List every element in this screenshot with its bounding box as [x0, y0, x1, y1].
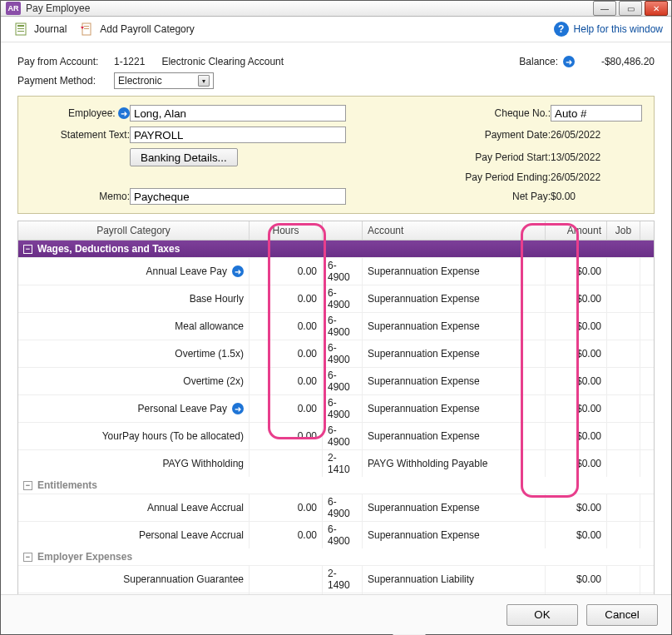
footer: OK Cancel [1, 594, 671, 634]
minimize-button[interactable]: — [593, 1, 616, 16]
table-row[interactable]: Meal allowance0.006-4900Superannuation E… [18, 312, 654, 340]
col-hours[interactable]: Hours [250, 221, 323, 240]
table-row[interactable]: Superannuation Guarantee2-1490Superannua… [18, 565, 654, 593]
col-account-code[interactable] [323, 221, 363, 240]
amount-cell[interactable]: $0.00 [546, 395, 607, 422]
col-account[interactable]: Account [363, 221, 546, 240]
job-cell[interactable] [607, 395, 640, 422]
pay-employee-window: AR Pay Employee — ▭ ✕ Journal Add Payrol… [0, 0, 672, 635]
pay-period-start-value: 13/05/2022 [551, 151, 642, 163]
account-name-cell: Superannuation Expense [363, 494, 546, 521]
table-row[interactable]: Personal Leave Accrual0.006-4900Superann… [18, 521, 654, 548]
account-name-cell: Superannuation Liability [363, 566, 546, 593]
hours-cell[interactable]: 0.00 [250, 423, 323, 449]
payroll-category-name: Superannuation Guarantee [123, 573, 244, 585]
payroll-category-name: PAYG Withholding [162, 458, 244, 469]
arrow-right-icon[interactable]: ➜ [118, 107, 130, 119]
col-job[interactable]: Job [607, 221, 640, 240]
hours-cell[interactable]: 0.00 [250, 368, 323, 394]
table-row[interactable]: Personal Leave Pay➜0.006-4900Superannuat… [18, 394, 654, 422]
hours-cell[interactable]: 0.00 [250, 313, 323, 340]
account-name-cell: PAYG Withholding Payable [363, 450, 546, 477]
journal-button[interactable]: Journal [9, 20, 72, 38]
table-row[interactable]: Annual Leave Accrual0.006-4900Superannua… [18, 494, 654, 521]
amount-cell[interactable]: $0.00 [546, 494, 607, 521]
amount-cell[interactable]: $0.00 [546, 450, 607, 477]
job-cell[interactable] [607, 566, 640, 593]
hours-cell[interactable] [250, 450, 323, 477]
job-cell[interactable] [607, 450, 640, 477]
amount-cell[interactable]: $0.00 [546, 522, 607, 548]
arrow-right-icon[interactable]: ➜ [232, 265, 244, 277]
job-cell[interactable] [607, 522, 640, 548]
add-category-icon [80, 22, 95, 37]
table-row[interactable]: Overtime (2x)0.006-4900Superannuation Ex… [18, 367, 654, 394]
table-row[interactable]: Overtime (1.5x)0.006-4900Superannuation … [18, 340, 654, 367]
section-entitlements-label: Entitlements [37, 479, 97, 491]
titlebar: AR Pay Employee — ▭ ✕ [1, 1, 671, 17]
section-employer-label: Employer Expenses [37, 551, 132, 563]
arrow-right-icon[interactable]: ➜ [563, 56, 575, 67]
table-row[interactable]: PAYG Withholding2-1410PAYG Withholding P… [18, 449, 654, 477]
section-wages[interactable]: − Wages, Deductions and Taxes [18, 241, 654, 257]
hours-cell[interactable]: 0.00 [250, 395, 323, 422]
job-cell[interactable] [607, 285, 640, 312]
hours-cell[interactable]: 0.00 [250, 522, 323, 548]
job-cell[interactable] [607, 494, 640, 521]
col-amount[interactable]: Amount [546, 221, 607, 240]
pay-period-end-value: 26/05/2022 [551, 171, 642, 183]
account-code-cell: 2-1410 [323, 450, 363, 477]
amount-cell[interactable]: $0.00 [546, 423, 607, 449]
table-row[interactable]: Base Hourly0.006-4900Superannuation Expe… [18, 285, 654, 312]
job-cell[interactable] [607, 423, 640, 449]
amount-cell[interactable]: $0.00 [546, 285, 607, 312]
payment-method-select[interactable]: Electronic ▾ [114, 72, 214, 89]
job-cell[interactable] [607, 368, 640, 394]
toolbar: Journal Add Payroll Category ? Help for … [1, 17, 671, 42]
collapse-icon: − [23, 553, 32, 562]
amount-cell[interactable]: $0.00 [546, 566, 607, 593]
pay-period-start-label: Pay Period Start: [451, 151, 551, 163]
amount-cell[interactable]: $0.00 [546, 368, 607, 394]
collapse-icon: − [23, 481, 32, 490]
statement-text-field[interactable] [130, 127, 346, 143]
section-employer[interactable]: − Employer Expenses [18, 548, 654, 565]
col-category[interactable]: Payroll Category [18, 221, 250, 240]
table-row[interactable]: Annual Leave Pay➜0.006-4900Superannuatio… [18, 257, 654, 285]
cheque-no-field[interactable] [551, 105, 642, 122]
banking-details-button[interactable]: Banking Details... [130, 148, 238, 166]
payroll-category-name: YourPay hours (To be allocated) [102, 430, 244, 442]
cheque-no-label: Cheque No.: [451, 107, 551, 119]
hours-cell[interactable]: 0.00 [250, 340, 323, 367]
amount-cell[interactable]: $0.00 [546, 258, 607, 285]
amount-cell[interactable]: $0.00 [546, 313, 607, 340]
amount-cell[interactable]: $0.00 [546, 340, 607, 367]
hours-cell[interactable] [250, 566, 323, 593]
job-cell[interactable] [607, 340, 640, 367]
maximize-button[interactable]: ▭ [619, 1, 642, 16]
memo-field[interactable] [130, 188, 346, 205]
svg-rect-5 [84, 26, 89, 27]
job-cell[interactable] [607, 313, 640, 340]
hours-cell[interactable]: 0.00 [250, 285, 323, 312]
account-name-cell: Superannuation Expense [363, 340, 546, 367]
payment-date-label: Payment Date: [451, 129, 551, 141]
ok-button[interactable]: OK [506, 604, 578, 626]
job-cell[interactable] [607, 258, 640, 285]
cancel-button[interactable]: Cancel [586, 604, 658, 626]
add-payroll-category-button[interactable]: Add Payroll Category [75, 20, 199, 38]
account-name-cell: Superannuation Expense [363, 285, 546, 312]
hours-cell[interactable]: 0.00 [250, 258, 323, 285]
employee-field[interactable] [130, 105, 346, 122]
svg-rect-2 [17, 28, 24, 29]
account-code-cell: 6-4900 [323, 423, 363, 449]
close-button[interactable]: ✕ [645, 1, 668, 16]
help-link[interactable]: ? Help for this window [554, 22, 663, 37]
section-entitlements[interactable]: − Entitlements [18, 477, 654, 494]
arrow-right-icon[interactable]: ➜ [232, 403, 244, 414]
table-row[interactable]: YourPay hours (To be allocated)0.006-490… [18, 422, 654, 449]
pay-from-label: Pay from Account: [17, 56, 109, 67]
hours-cell[interactable]: 0.00 [250, 494, 323, 521]
account-name-cell: Superannuation Expense [363, 423, 546, 449]
account-code-cell: 6-4900 [323, 285, 363, 312]
